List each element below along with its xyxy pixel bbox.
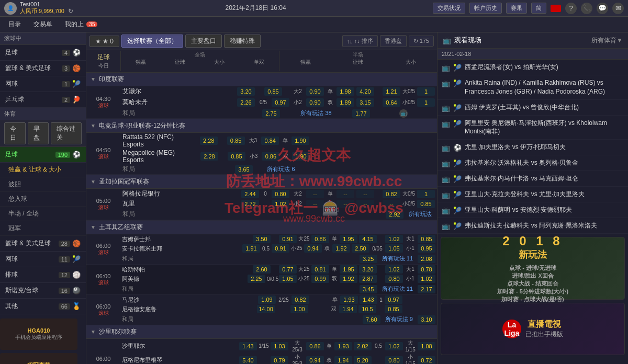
early-tab[interactable]: 早盘: [28, 122, 49, 144]
phone-icon[interactable]: 📞: [581, 3, 592, 14]
t3-hhc2[interactable]: 0.85: [385, 305, 402, 313]
bd-more-btn[interactable]: 所有玩法: [406, 209, 435, 219]
t1-hhc1[interactable]: 1.02: [385, 235, 403, 243]
sidebar-item-football-live[interactable]: 足球 4 ⚽: [0, 45, 86, 61]
t1-w1[interactable]: 3.50: [253, 235, 271, 243]
draw-odds[interactable]: 2.75: [262, 109, 280, 118]
h-win1-odds[interactable]: 4.20: [356, 87, 374, 96]
t2-hhc1[interactable]: 1.02: [385, 265, 403, 274]
h-draw-odds[interactable]: 1.77: [352, 109, 370, 118]
refresh-count-btn[interactable]: ↻ 175: [409, 36, 434, 47]
s1-small[interactable]: 0.94: [306, 356, 324, 365]
sidebar-item-football[interactable]: 足球 190 ⚽: [0, 147, 86, 163]
sidebar-sub-half-full[interactable]: 半场 / 全场: [0, 207, 86, 221]
combined-tab[interactable]: 综合过关: [51, 122, 82, 144]
s1-w2[interactable]: 5.40: [239, 356, 257, 365]
t2-hdraw[interactable]: 2.17: [418, 285, 435, 293]
bd-hw2[interactable]: --: [356, 200, 374, 208]
rs-ad1[interactable]: 2 0 1 8 新玩法 点球 - 进球/无进球进球/胜出 X回合点球大战 - 结…: [441, 237, 625, 300]
bd-hhc1[interactable]: 0.82: [383, 190, 400, 198]
t1-hc1[interactable]: 0.91: [279, 235, 297, 243]
esports-double[interactable]: 1.90: [292, 152, 310, 161]
list-item[interactable]: 📺 🎾 阿里里安 奥尼德斯·马澤拉斯(西班牙) vs Khololwam Mon…: [438, 116, 628, 140]
esports-section[interactable]: ▼ 电竞足球-职业联赛-12分钟比赛: [86, 119, 437, 133]
t1-big[interactable]: 0.86: [311, 235, 329, 243]
question-icon[interactable]: ?: [565, 3, 577, 14]
s1-hc2[interactable]: 0.79: [271, 356, 288, 365]
chat-icon[interactable]: 💬: [597, 3, 608, 14]
sidebar-item-volleyball[interactable]: 排球 12 🏐: [0, 267, 86, 283]
s1-w1[interactable]: 1.43: [239, 342, 257, 350]
big-odds[interactable]: 0.90: [306, 87, 324, 96]
list-item[interactable]: 📺 🎾 亚里山大·科荫明 vs 安德烈·安德烈耶夫: [438, 202, 628, 218]
t2-small[interactable]: 0.99: [311, 275, 329, 283]
t2-w2[interactable]: 2.25: [248, 275, 265, 283]
esports-w2[interactable]: 2.28: [200, 152, 218, 161]
win1-odds[interactable]: 3.20: [237, 87, 255, 96]
t3-w1[interactable]: 1.09: [258, 295, 276, 304]
single-odds[interactable]: 1.98: [337, 87, 354, 96]
special-btn[interactable]: 稳赚特殊: [224, 35, 261, 48]
bd-hw1[interactable]: --: [356, 190, 374, 198]
t2-hw1[interactable]: 3.20: [359, 265, 377, 274]
small-odds[interactable]: 0.90: [306, 98, 324, 107]
sidebar-item-pingpong-live[interactable]: 乒乓球 2 🏓: [0, 92, 86, 108]
ad-hga010[interactable]: HGA010 手机会员端应用程序: [0, 318, 77, 350]
double-odds[interactable]: 1.89: [337, 98, 354, 107]
t1-double[interactable]: 1.92: [332, 244, 350, 253]
s1-hhc2[interactable]: 0.80: [385, 356, 403, 365]
hc1-odds[interactable]: 0.85: [264, 87, 282, 96]
bd-w2[interactable]: 2.72: [241, 200, 259, 208]
today-tab[interactable]: 今日: [4, 122, 26, 144]
t1-small[interactable]: 0.94: [304, 244, 322, 253]
list-item[interactable]: 📺 🎾 西姆 伊克罗(土耳其) vs 曾俊欣(中华台北): [438, 100, 628, 116]
t3-w2[interactable]: 14.00: [257, 305, 275, 313]
sidebar-sub-champion[interactable]: 冠军: [0, 221, 86, 236]
nav-transaction[interactable]: 交易单: [27, 18, 59, 31]
t1-hhc2[interactable]: 1.05: [385, 244, 403, 253]
t1-hsmall[interactable]: 0.95: [418, 244, 435, 253]
transaction-status-btn[interactable]: 交易状况: [433, 3, 465, 14]
sidebar-item-other[interactable]: 其他 66 🏅: [0, 299, 86, 314]
results-btn[interactable]: 赛果: [506, 3, 527, 14]
t1-hc2[interactable]: 0.91: [272, 244, 289, 253]
t3-single[interactable]: 1.93: [340, 295, 358, 304]
sidebar-sub-handicap[interactable]: 独赢 & 让球 & 大小: [0, 163, 86, 177]
sidebar-sub-boda[interactable]: 波胆: [0, 177, 86, 192]
h-win2-odds[interactable]: 3.15: [356, 98, 374, 107]
esports-hc1[interactable]: 0.85: [227, 136, 245, 145]
sidebar-item-basketball-live[interactable]: 篮球 & 美式足球 3 🏀: [0, 61, 86, 76]
t2-hbig[interactable]: 0.78: [418, 265, 435, 274]
bd-hhc2[interactable]: --: [383, 200, 400, 208]
t2-hc1[interactable]: 0.77: [279, 265, 297, 274]
bd-hc1[interactable]: 0.80: [272, 190, 289, 198]
refresh-icon[interactable]: ↻: [68, 7, 73, 15]
list-item[interactable]: 📺 🎾 弗拉基米尔·内马什卡洛 vs 马克西姆·坦仑: [438, 171, 628, 187]
bd-big[interactable]: --: [306, 190, 324, 198]
t2-more-btn[interactable]: 所有玩法 11: [379, 284, 416, 294]
t2-double[interactable]: 1.92: [340, 275, 357, 283]
s1-single[interactable]: 1.93: [334, 342, 352, 350]
bd-hbig[interactable]: 1: [417, 190, 435, 198]
t1-more-btn[interactable]: 所有玩法 11: [379, 254, 416, 264]
h-hc1-odds[interactable]: 1.21: [383, 87, 400, 96]
esports-draw[interactable]: 3.65: [235, 165, 253, 174]
t1-hbig[interactable]: 0.85: [418, 235, 435, 243]
t2-big[interactable]: 0.81: [311, 265, 329, 274]
s1-hw1[interactable]: 2.02: [354, 342, 372, 350]
s1-hbig[interactable]: 1.08: [418, 342, 435, 350]
bd-double[interactable]: --: [337, 200, 354, 208]
win2-odds[interactable]: 2.26: [237, 98, 255, 107]
hk-btn[interactable]: 香港盘: [380, 35, 407, 47]
bd-small[interactable]: --: [306, 200, 324, 208]
t2-hhc2[interactable]: 0.80: [385, 275, 403, 283]
h-small-odds[interactable]: 1: [417, 98, 435, 107]
star-btn[interactable]: ★ ★ 0: [89, 36, 119, 47]
simple-btn[interactable]: 简: [531, 3, 546, 14]
esports-small[interactable]: 0.86: [262, 152, 279, 161]
india-league-section[interactable]: ▼ 印度联赛: [86, 73, 437, 86]
h-hc2-odds[interactable]: 0.64: [383, 98, 400, 107]
saryer-section[interactable]: ▼ 沙里耶尔联赛: [86, 325, 437, 339]
s1-hsmall[interactable]: 0.72: [418, 356, 435, 365]
t2-hc2[interactable]: 1.05: [279, 275, 297, 283]
